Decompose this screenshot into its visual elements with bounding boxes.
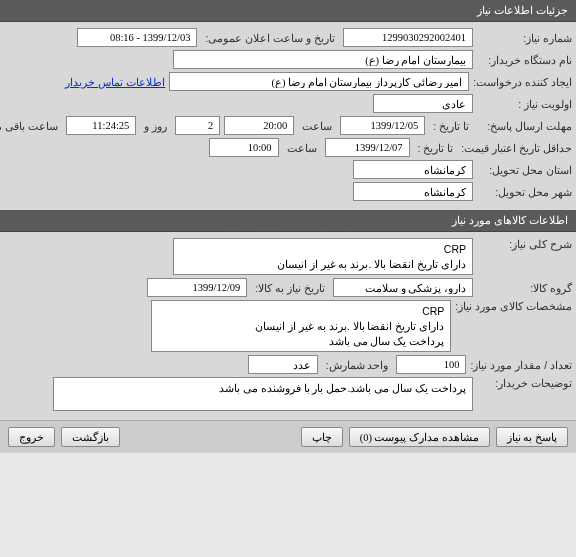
days-label: روز و	[140, 120, 171, 132]
need-number-label: شماره نیاز:	[477, 32, 572, 44]
goods-group-input[interactable]	[333, 278, 473, 297]
goods-spec-input[interactable]: CRPدارای تاریخ انقضا بالا .برند به غیر ا…	[151, 300, 451, 352]
back-button[interactable]: بازگشت	[61, 427, 120, 447]
delivery-province-label: استان محل تحویل:	[477, 164, 572, 176]
buyer-org-label: نام دستگاه خریدار:	[477, 54, 572, 66]
section2-header: اطلاعات کالاهای مورد نیاز	[0, 210, 576, 232]
print-button[interactable]: چاپ	[301, 427, 343, 447]
view-attachments-button[interactable]: مشاهده مدارک پیوست (0)	[349, 427, 490, 447]
general-desc-label: شرح کلی نیاز:	[477, 238, 572, 250]
unit-input[interactable]	[248, 355, 318, 374]
delivery-city-input[interactable]	[353, 182, 473, 201]
exit-button[interactable]: خروج	[8, 427, 55, 447]
priority-input[interactable]	[373, 94, 473, 113]
countdown-input[interactable]	[66, 116, 136, 135]
section1-form: شماره نیاز: تاریخ و ساعت اعلان عمومی: نا…	[0, 22, 576, 210]
time-label-1: ساعت	[298, 120, 336, 132]
contact-link[interactable]: اطلاعات تماس خریدار	[65, 76, 165, 88]
button-bar: پاسخ به نیاز مشاهده مدارک پیوست (0) چاپ …	[0, 420, 576, 453]
deadline-date-input[interactable]	[340, 116, 425, 135]
creator-label: ایجاد کننده درخواست:	[473, 76, 572, 88]
quantity-label: تعداد / مقدار مورد نیاز:	[470, 359, 572, 371]
validity-date-input[interactable]	[325, 138, 410, 157]
deadline-time-input[interactable]	[224, 116, 294, 135]
to-date-label: تا تاریخ :	[429, 120, 473, 132]
validity-time-input[interactable]	[209, 138, 279, 157]
buyer-org-input[interactable]	[173, 50, 473, 69]
delivery-province-input[interactable]	[353, 160, 473, 179]
respond-button[interactable]: پاسخ به نیاز	[496, 427, 568, 447]
general-desc-input[interactable]: CRPدارای تاریخ انقضا بالا .برند به غیر ا…	[173, 238, 473, 275]
to-date-label-2: تا تاریخ :	[414, 142, 458, 154]
days-input[interactable]	[175, 116, 220, 135]
announce-date-label: تاریخ و ساعت اعلان عمومی:	[201, 32, 339, 44]
remaining-label: ساعت باقی مانده	[0, 120, 62, 132]
announce-date-input[interactable]	[77, 28, 197, 47]
deadline-label: مهلت ارسال پاسخ:	[477, 120, 572, 132]
delivery-city-label: شهر محل تحویل:	[477, 186, 572, 198]
creator-input[interactable]	[169, 72, 469, 91]
buyer-notes-input[interactable]: پرداخت یک سال می باشد.حمل بار با فروشنده…	[53, 377, 473, 411]
quantity-input[interactable]	[396, 355, 466, 374]
need-goods-date-label: تاریخ نیاز به کالا:	[251, 282, 329, 294]
validity-label: حداقل تاریخ اعتبار قیمت:	[461, 142, 572, 154]
need-number-input[interactable]	[343, 28, 473, 47]
unit-label: واحد شمارش:	[322, 359, 393, 371]
need-goods-date-input[interactable]	[147, 278, 247, 297]
priority-label: اولویت نیاز :	[477, 98, 572, 110]
time-label-2: ساعت	[283, 142, 321, 154]
section2-form: شرح کلی نیاز: CRPدارای تاریخ انقضا بالا …	[0, 232, 576, 420]
buyer-notes-label: توضیحات خریدار:	[477, 377, 572, 389]
goods-spec-label: مشخصات کالای مورد نیاز:	[455, 300, 572, 312]
goods-group-label: گروه کالا:	[477, 282, 572, 294]
section1-header: جزئیات اطلاعات نیاز	[0, 0, 576, 22]
